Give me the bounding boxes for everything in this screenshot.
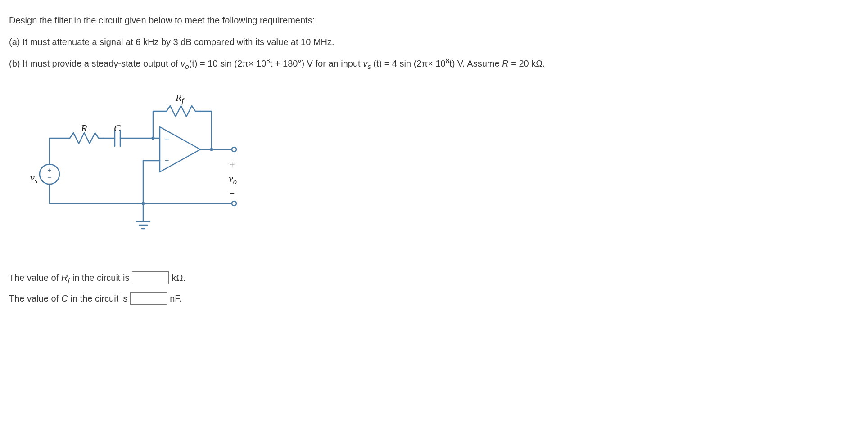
pb-sup2: 8 (446, 57, 449, 64)
c-var: C (61, 292, 68, 305)
rf-sub: f (181, 96, 184, 105)
label-vo: vo (229, 171, 237, 186)
vs-char: v (30, 172, 35, 183)
c-answer-row: The value of C in the circuit is nF. (9, 292, 859, 305)
circuit-svg: + − − + (27, 86, 261, 248)
vo-char: v (229, 173, 233, 184)
pb-rval: = 20 kΩ. (509, 59, 545, 68)
pb-after1: t + 180°) V for an input (270, 59, 363, 68)
svg-text:+: + (165, 157, 169, 164)
label-R: R (81, 121, 87, 135)
label-C: C (114, 121, 121, 135)
rf-pre: The value of (9, 271, 59, 284)
label-out-minus: − (230, 186, 235, 200)
svg-text:+: + (48, 166, 52, 174)
svg-point-5 (210, 148, 213, 151)
vo-sub: o (233, 177, 237, 186)
pb-vs-sub: s (367, 63, 371, 70)
pb-vo-arg: (t) = 10 sin (2π× 10 (189, 59, 267, 68)
rf-unit: kΩ. (172, 271, 185, 284)
pb-prefix: (b) It must provide a steady-state outpu… (9, 59, 181, 68)
svg-text:−: − (165, 135, 169, 143)
svg-text:−: − (48, 173, 52, 181)
svg-point-1 (232, 147, 236, 152)
intro-text: Design the filter in the circuit given b… (9, 14, 859, 27)
c-pre: The value of (9, 292, 59, 305)
part-a-text: (a) It must attenuate a signal at 6 kHz … (9, 35, 859, 49)
pb-sup1: 8 (266, 57, 270, 64)
label-vs: vs (30, 170, 37, 185)
vs-sub: s (35, 176, 37, 185)
rf-char: R (176, 92, 181, 103)
c-unit: nF. (170, 292, 182, 305)
pb-vs: v (363, 59, 367, 68)
label-out-plus: + (230, 158, 235, 171)
rf-var-sub: f (68, 277, 70, 284)
rf-var: Rf (61, 271, 70, 284)
part-b-text: (b) It must provide a steady-state outpu… (9, 57, 859, 70)
svg-point-4 (152, 137, 155, 140)
c-input[interactable] (130, 292, 167, 305)
svg-point-2 (232, 201, 236, 206)
rf-post: in the circuit is (72, 271, 130, 284)
rf-input[interactable] (132, 271, 169, 284)
pb-vo-sub: o (185, 63, 189, 70)
pb-vo: v (181, 59, 185, 68)
rf-var-r: R (61, 273, 68, 283)
pb-rvar: R (502, 59, 508, 68)
label-Rf: Rf (176, 90, 184, 105)
pb-after2: t) V. Assume (449, 59, 502, 68)
pb-vs-arg: (t) = 4 sin (2π× 10 (371, 59, 446, 68)
svg-point-3 (142, 202, 145, 205)
rf-answer-row: The value of Rf in the circuit is kΩ. (9, 271, 859, 284)
circuit-diagram: + − − + Rf R C vs + vo − (27, 86, 261, 248)
c-post: in the circuit is (71, 292, 128, 305)
